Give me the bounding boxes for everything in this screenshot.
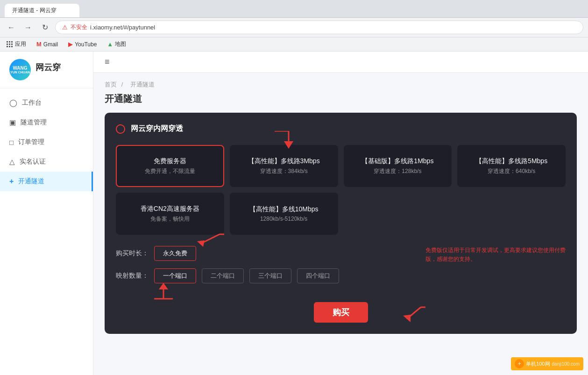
server-card-3[interactable]: 【高性能】多线路5Mbps 穿透速度：640kb/s [457,145,566,187]
bookmark-gmail[interactable]: M Gmail [35,40,60,49]
card-header: 网云穿内网穿透 [116,124,566,134]
mapping-label: 映射数量： [116,272,149,280]
auth-icon: △ [9,158,15,166]
buy-button[interactable]: 购买 [314,302,368,323]
gmail-label: Gmail [43,41,58,48]
youtube-icon: ▶ [68,41,73,48]
sidebar-item-dashboard-label: 工作台 [22,99,42,107]
svg-marker-4 [197,240,205,247]
server-card-2-sub: 穿透速度：128kb/s [374,167,421,175]
sidebar: WANG YUN CHUAN 网云穿 ​ ◯ 工作台 ▣ 隧道管理 □ 订单管理 [0,51,93,375]
duration-group: 购买时长： 永久免费 [116,246,196,261]
server-card-4[interactable]: 香港CN2高速服务器 免备案，畅快用 [116,193,224,235]
bookmarks-bar: 应用 M Gmail ▶ YouTube ▲ 地图 [0,37,588,51]
svg-marker-1 [284,141,293,149]
server-card-0-sub: 免费开通，不限流量 [145,167,195,175]
server-card-1-sub: 穿透速度：384kb/s [260,167,308,175]
mapping-btn-4[interactable]: 四个端口 [297,268,339,283]
server-card-1[interactable]: 【高性能】多线路3Mbps 穿透速度：384kb/s [230,145,338,187]
insecure-icon: ⚠ [62,24,68,31]
breadcrumb-current: 开通隧道 [130,81,155,88]
arrow-annotation-1 [275,131,303,151]
breadcrumb-home[interactable]: 首页 [105,81,117,88]
breadcrumb-separator: / [121,81,123,88]
radio-circle[interactable] [116,124,125,134]
server-card-1-title: 【高性能】多线路3Mbps [248,157,320,166]
browser-tab[interactable]: 开通隧道 - 网云穿 [5,4,79,17]
back-button[interactable]: ← [5,21,18,34]
arrow-annotation-2 [191,232,224,250]
card-title: 网云穿内网穿透 [131,124,183,134]
gmail-icon: M [36,41,42,48]
dashboard-icon: ◯ [9,99,17,107]
arrow-annotation-4 [393,303,425,327]
page-header: ≡ [93,51,588,73]
page-title: 开通隧道 [105,93,577,105]
watermark: + 单机100网 danji100.com [511,357,583,370]
insecure-label: 不安全 [71,23,87,31]
youtube-label: YouTube [75,41,97,48]
content-area: 首页 / 开通隧道 开通隧道 网云穿内网穿透 [93,73,588,341]
server-card-3-sub: 穿透速度：640kb/s [488,167,535,175]
svg-marker-7 [159,283,168,289]
server-card-5-sub: 1280kb/s-5120kb/s [260,216,307,222]
server-card-3-title: 【高性能】多线路5Mbps [475,157,547,166]
browser-chrome: 开通隧道 - 网云穿 [0,0,588,18]
reload-button[interactable]: ↻ [38,21,51,34]
brand-sub: ​ [35,73,61,78]
address-bar[interactable]: ⚠ 不安全 i.xiaomy.net/#/paytunnel [55,21,583,34]
sidebar-item-open-tunnel-label: 开通隧道 [18,177,44,186]
breadcrumb: 首页 / 开通隧道 [105,80,577,89]
options-row-mapping: 映射数量： 一个端口 二 [116,268,566,283]
sidebar-item-open-tunnel[interactable]: + 开通隧道 [0,172,93,191]
note-text: 免费版仅适用于日常开发调试，更高要求建议您使用付费版，感谢您的支持。 [425,246,566,264]
address-text: i.xiaomy.net/#/paytunnel [90,24,155,31]
watermark-url: danji100.com [552,361,580,367]
svg-marker-10 [403,315,411,322]
forward-button[interactable]: → [21,21,35,34]
logo-icon: WANG YUN CHUAN [9,59,31,80]
brand-name: 网云穿 [35,62,61,73]
watermark-text: 单机100网 [526,361,550,368]
maps-icon: ▲ [107,41,113,48]
mapping-btn-3[interactable]: 三个端口 [249,268,291,283]
dark-card: 网云穿内网穿透 免费服务器 [105,113,577,334]
sidebar-item-tunnel[interactable]: ▣ 隧道管理 [0,113,93,132]
server-card-2[interactable]: 【基础版】多线路1Mbps 穿透速度：128kb/s [344,145,452,187]
duration-forever-btn[interactable]: 永久免费 [154,246,196,261]
brand-name-area: 网云穿 ​ [35,62,61,78]
sidebar-item-tunnel-label: 隧道管理 [21,118,47,127]
server-card-4-sub: 免备案，畅快用 [150,215,190,223]
browser-toolbar: ← → ↻ ⚠ 不安全 i.xiaomy.net/#/paytunnel [0,18,588,37]
sidebar-item-dashboard[interactable]: ◯ 工作台 [0,93,93,113]
watermark-icon: + [515,359,524,368]
add-icon: + [9,177,14,186]
mapping-group: 映射数量： 一个端口 二 [116,268,339,283]
mapping-btn-2[interactable]: 二个端口 [202,268,244,283]
server-card-2-title: 【基础版】多线路1Mbps [361,157,433,166]
server-card-0[interactable]: 免费服务器 免费开通，不限流量 [116,145,224,187]
main-content: ≡ 首页 / 开通隧道 开通隧道 网云穿内网穿透 [93,51,588,375]
nav-menu: ◯ 工作台 ▣ 隧道管理 □ 订单管理 △ 实名认证 + 开通隧道 [0,88,93,196]
sidebar-item-order[interactable]: □ 订单管理 [0,132,93,152]
arrow-annotation-3 [154,281,177,301]
bookmark-youtube[interactable]: ▶ YouTube [66,40,99,49]
maps-label: 地图 [115,40,126,48]
apps-label: 应用 [15,40,26,48]
bookmark-apps[interactable]: 应用 [5,39,28,49]
page-layout: WANG YUN CHUAN 网云穿 ​ ◯ 工作台 ▣ 隧道管理 □ 订单管理 [0,51,588,375]
buy-row: 购买 [116,302,566,323]
options-row-duration: 购买时长： 永久免费 [116,246,566,261]
duration-label: 购买时长： [116,249,149,258]
bookmark-maps[interactable]: ▲ 地图 [105,39,128,49]
duration-btn-wrapper: 永久免费 [154,246,196,261]
server-card-0-title: 免费服务器 [154,157,186,166]
tunnel-icon: ▣ [9,118,16,127]
mapping-btn-1-wrapper: 一个端口 [154,268,196,283]
browser-tabs: 开通隧道 - 网云穿 [5,4,583,17]
logo-area: WANG YUN CHUAN 网云穿 ​ [0,51,93,88]
sidebar-item-auth[interactable]: △ 实名认证 [0,152,93,172]
server-card-5[interactable]: 【高性能】多线10Mbps 1280kb/s-5120kb/s [230,193,338,235]
sidebar-item-order-label: 订单管理 [18,138,44,146]
menu-toggle-icon[interactable]: ≡ [105,57,110,67]
